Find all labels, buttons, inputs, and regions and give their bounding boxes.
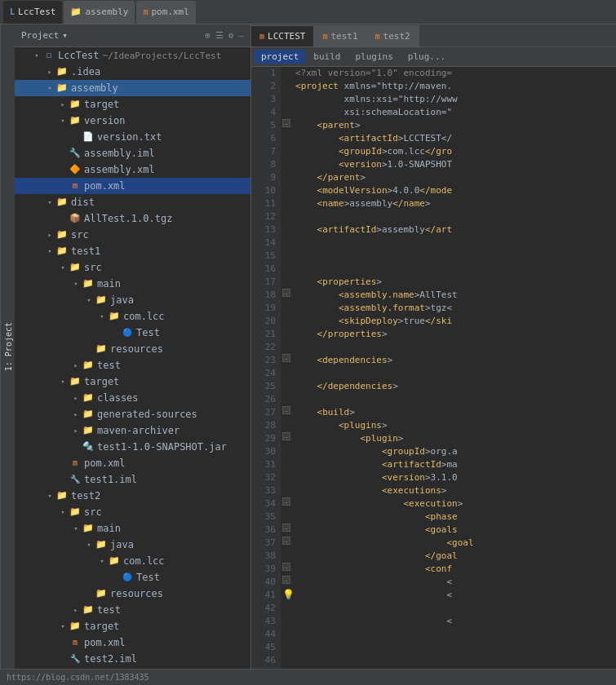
code-line-15 — [295, 250, 616, 263]
list-item[interactable]: 🔵 Test — [15, 325, 250, 341]
list-item[interactable]: m pom.xml — [15, 634, 250, 651]
editor-tab-test2[interactable]: m test2 — [367, 25, 419, 46]
assembly-label: assembly — [71, 82, 118, 94]
list-item[interactable]: 📁 dist — [15, 194, 250, 210]
list-item[interactable]: 🔧 test2.iml — [15, 651, 250, 667]
list-item[interactable]: 🔧 test1.iml — [15, 471, 250, 488]
lcctest-tab-label: LCCTEST — [268, 31, 305, 42]
code-line-8: <version>1.0-SNAPSHOT — [295, 158, 616, 171]
side-tab-structure[interactable]: Z: Structure — [0, 311, 2, 382]
code-line-7: <groupId>com.lcc</gro — [295, 145, 616, 158]
code-line-19: <assembly.format>tgz< — [295, 302, 616, 315]
list-item[interactable]: 📦 AllTest.1.0.tgz — [15, 210, 250, 227]
settings-action-btn[interactable]: ⚙ — [228, 30, 234, 41]
list-item[interactable]: 📁 test — [15, 357, 250, 373]
list-item[interactable]: 📄 version.txt — [15, 129, 250, 145]
minimize-action-btn[interactable]: — — [238, 30, 244, 41]
editor-tab-test1[interactable]: m test1 — [314, 25, 366, 46]
editor-sub-tabs: project build plugins plug... — [251, 47, 616, 67]
fold-marker-33[interactable]: - — [282, 497, 290, 506]
list-item[interactable]: m pom.xml — [15, 178, 250, 194]
test2-tab-label: test2 — [383, 31, 410, 42]
list-item[interactable]: 🔩 test1-1.0-SNAPSHOT.jar — [15, 439, 250, 455]
tab-pom[interactable]: m pom.xml — [136, 1, 195, 24]
fold-marker-26[interactable]: - — [282, 406, 290, 414]
tab-assembly[interactable]: 📁 assembly — [64, 1, 135, 24]
list-item[interactable]: 📁 test — [15, 602, 250, 618]
list-item[interactable]: 📁 com.lcc — [15, 553, 250, 569]
list-item[interactable]: 🔵 Test — [15, 569, 250, 586]
version-label: version — [84, 115, 126, 126]
list-item[interactable]: 📁 test1 — [15, 243, 250, 259]
t2target-arrow — [57, 622, 69, 630]
fold-marker-17[interactable]: - — [282, 289, 290, 297]
sub-tab-plug[interactable]: plug... — [401, 50, 452, 64]
assembly-folder-icon: 📁 — [70, 7, 82, 17]
code-line-28: <plugins> — [295, 419, 616, 432]
list-item[interactable]: 📁 test2 — [15, 488, 250, 504]
fold-marker-35[interactable]: - — [282, 524, 290, 532]
idea-arrow — [44, 68, 55, 76]
list-item[interactable]: 🔶 assembly.xml — [15, 161, 250, 178]
list-item[interactable]: 📁 java — [15, 537, 250, 553]
test1-tab-label: test1 — [330, 31, 357, 42]
t1test-icon: 🔵 — [121, 326, 134, 339]
list-item[interactable]: 📁 src — [15, 259, 250, 276]
list-item[interactable]: 📁 resources — [15, 586, 250, 602]
list-item[interactable]: 📁 com.lcc — [15, 308, 250, 325]
fold-marker-22[interactable]: - — [282, 354, 290, 362]
main-area: 1: Project Z: Structure Project ▾ ⊕ ☰ ⚙ … — [0, 24, 616, 669]
side-tab-project[interactable]: 1: Project — [2, 316, 15, 378]
assemblyxml-icon: 🔶 — [69, 163, 82, 176]
list-item[interactable]: 📁 src — [15, 504, 250, 520]
list-item[interactable]: 📁 .idea — [15, 64, 250, 80]
tree-root[interactable]: ◻ LccTest ~/IdeaProjects/LccTest — [15, 47, 250, 64]
list-item[interactable]: 📁 java — [15, 292, 250, 308]
fold-marker-38[interactable]: - — [282, 563, 290, 571]
list-item[interactable]: 📁 resources — [15, 341, 250, 357]
panel-dropdown-icon[interactable]: ▾ — [62, 30, 68, 41]
list-item[interactable]: 🔧 assembly.iml — [15, 145, 250, 161]
fold-marker-36[interactable]: - — [282, 537, 290, 545]
fold-marker-39[interactable]: - — [282, 576, 290, 584]
list-item[interactable]: 📁 assembly — [15, 80, 250, 96]
t2iml-icon: 🔧 — [69, 652, 82, 665]
assemblyxml-label: assembly.xml — [84, 164, 155, 175]
t2res-label: resources — [110, 588, 163, 599]
target-arrow — [57, 100, 69, 108]
target-icon: 📁 — [69, 98, 82, 111]
sub-tab-build[interactable]: build — [307, 50, 347, 64]
sub-tab-build-label: build — [313, 51, 340, 62]
assemblypom-label: pom.xml — [84, 180, 126, 192]
list-item[interactable]: 📁 main — [15, 276, 250, 292]
collapse-action-btn[interactable]: ☰ — [215, 30, 224, 41]
fold-marker-28[interactable]: - — [282, 432, 290, 440]
t2java-label: java — [110, 539, 134, 550]
list-item[interactable]: 📁 maven-archiver — [15, 422, 250, 439]
list-item[interactable]: 📁 classes — [15, 390, 250, 406]
version-icon: 📁 — [69, 114, 82, 127]
fold-marker-5[interactable]: - — [282, 119, 290, 127]
locate-action-btn[interactable]: ⊕ — [205, 30, 211, 41]
list-item[interactable]: 📁 src — [15, 227, 250, 243]
t2java-icon: 📁 — [95, 538, 108, 551]
code-line-22 — [295, 341, 616, 354]
list-item[interactable]: 📁 main — [15, 520, 250, 537]
assemblydotiml-icon: 🔧 — [69, 147, 82, 160]
list-item[interactable]: 📁 version — [15, 113, 250, 129]
sub-tab-plugins[interactable]: plugins — [348, 50, 399, 64]
editor-tab-lcctest[interactable]: m LCCTEST — [251, 25, 314, 46]
code-line-27: <build> — [295, 406, 616, 419]
list-item[interactable]: 📁 target — [15, 96, 250, 113]
code-lines: <?xml version="1.0" encoding=<project xm… — [292, 67, 616, 669]
tab-lcctest[interactable]: L LccTest — [3, 1, 62, 24]
list-item[interactable]: 📁 generated-sources — [15, 406, 250, 422]
t1gensrc-arrow — [70, 410, 82, 418]
list-item[interactable]: m pom.xml — [15, 455, 250, 471]
list-item[interactable]: 📁 target — [15, 373, 250, 390]
sub-tab-project[interactable]: project — [255, 50, 305, 64]
list-item[interactable]: 📁 target — [15, 618, 250, 634]
sub-tab-plugins-label: plugins — [355, 51, 392, 62]
code-scroll[interactable]: <?xml version="1.0" encoding=<project xm… — [292, 67, 616, 669]
t1src-icon: 📁 — [69, 261, 82, 274]
